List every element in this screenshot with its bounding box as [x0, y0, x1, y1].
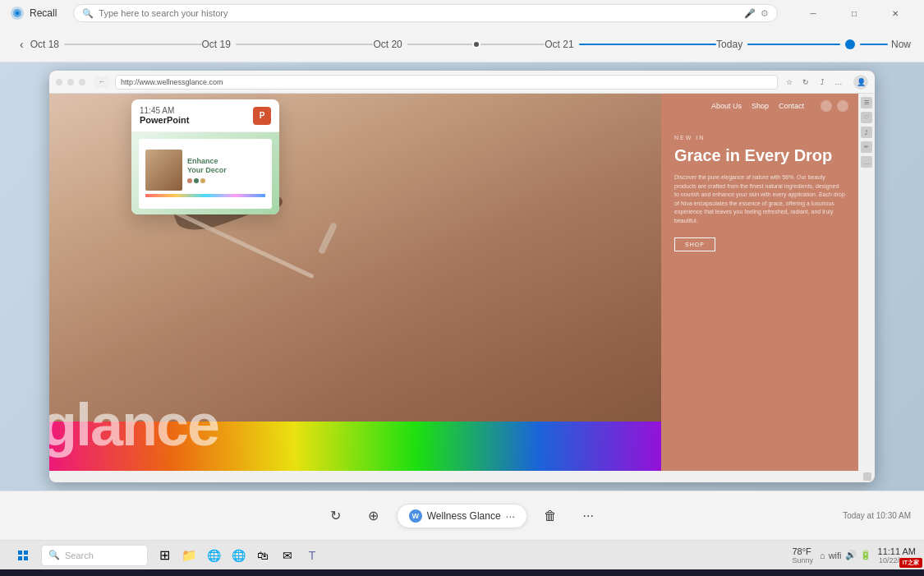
- timeline-bar: ‹ Oct 18 Oct 19 Oct 20 Oct 21 Today Now: [0, 26, 924, 62]
- favicon-letter: W: [412, 512, 420, 520]
- more-button[interactable]: ···: [506, 509, 516, 523]
- search-input[interactable]: [99, 8, 739, 18]
- oct21-label: Oct 21: [545, 39, 573, 50]
- oct20-label: Oct 20: [373, 39, 402, 50]
- start-button[interactable]: [8, 544, 38, 567]
- screenshot-container[interactable]: ← http://www.wellnessglance.com ☆ ↻ ⤴ … …: [49, 71, 875, 482]
- minimize-button[interactable]: ─: [794, 0, 832, 26]
- more-options-button[interactable]: ···: [573, 501, 603, 531]
- mic-icon[interactable]: 🎤: [744, 8, 756, 19]
- app-icon: [10, 6, 25, 21]
- maximize-button[interactable]: □: [835, 0, 873, 26]
- taskbar-icons: ⊞ 📁 🌐 🌐 🛍 ✉ T: [154, 546, 322, 565]
- timeline-today: Today: [716, 39, 888, 50]
- scroll-corner[interactable]: [863, 472, 871, 481]
- volume-icon[interactable]: 🔊: [845, 550, 857, 560]
- timeline-nav-left[interactable]: ‹: [13, 35, 30, 54]
- search-bar[interactable]: 🔍 🎤 ⚙: [73, 4, 778, 22]
- save-button[interactable]: ⊕: [359, 501, 388, 531]
- browser-icons: ☆ ↻ ⤴ …: [783, 76, 845, 89]
- nav-contact[interactable]: Contact: [779, 102, 804, 110]
- browser-back-btn[interactable]: ←: [94, 76, 110, 88]
- timeline-oct21: Oct 21: [545, 39, 716, 50]
- sidebar-icon-2[interactable]: ♡: [861, 112, 872, 123]
- taskbar-icon-chrome[interactable]: 🌐: [228, 546, 248, 565]
- new-in-label: NEW IN: [674, 135, 845, 141]
- url-bar: http://www.wellnessglance.com: [115, 75, 778, 90]
- taskbar-icon-mail[interactable]: ✉: [278, 546, 297, 565]
- ppt-thumbnail: EnhanceYour Decor: [131, 132, 279, 214]
- website-nav: About Us Shop Contact: [661, 94, 858, 118]
- taskbar-search[interactable]: 🔍 Search: [41, 545, 148, 566]
- browser-more-icon[interactable]: …: [832, 76, 845, 89]
- svg-point-2: [16, 12, 19, 15]
- website-right-panel: About Us Shop Contact NEW IN Grace in Ev…: [661, 94, 858, 471]
- timestamp-text: Today at 10:30 AM: [843, 511, 911, 520]
- sidebar-icon-5[interactable]: …: [861, 156, 872, 168]
- taskbar-search-icon: 🔍: [48, 550, 60, 560]
- action-bar: ↻ ⊕ W Wellness Glance ··· 🗑 ··· Today at…: [0, 491, 924, 540]
- battery-icon[interactable]: 🔋: [860, 550, 871, 560]
- app-title: Recall: [30, 7, 57, 19]
- nav-about[interactable]: About Us: [711, 102, 742, 110]
- main-content: ← http://www.wellnessglance.com ☆ ↻ ⤴ … …: [0, 62, 924, 491]
- pill-label: Wellness Glance: [427, 510, 501, 522]
- browser-refresh-icon[interactable]: ↻: [799, 76, 812, 89]
- window-controls: ─ □ ✕: [794, 0, 914, 26]
- action-bar-timestamp: Today at 10:30 AM: [843, 511, 911, 520]
- shop-button[interactable]: SHOP: [674, 237, 715, 251]
- close-button[interactable]: ✕: [876, 0, 914, 26]
- big-text-overlay: glance: [49, 395, 218, 454]
- cart-icon[interactable]: [821, 100, 832, 112]
- browser-share-icon[interactable]: ⤴: [816, 76, 829, 89]
- browser-maximize-dot: [79, 79, 85, 85]
- timeline-current-dot: [845, 39, 855, 49]
- browser-profile-icon: 👤: [853, 75, 868, 90]
- browser-sidebar: ☰ ♡ ⤴ ✏ …: [858, 94, 875, 471]
- taskbar-search-label: Search: [65, 551, 94, 560]
- ppt-popup[interactable]: 11:45 AM PowerPoint P EnhanceYour Decor: [131, 99, 279, 214]
- browser-minimize-dot: [67, 79, 74, 85]
- nav-shop[interactable]: Shop: [752, 102, 769, 110]
- oct19-label: Oct 19: [202, 39, 231, 50]
- ppt-icon-letter: P: [260, 111, 265, 120]
- sidebar-icon-1[interactable]: ☰: [861, 97, 872, 108]
- taskbar-icon-widget[interactable]: ⊞: [154, 546, 174, 565]
- taskbar-right: 78°F Sunny ⌂ wifi 🔊 🔋 11:11 AM 10/22/202…: [792, 546, 916, 564]
- network-icon[interactable]: ⌂: [820, 551, 825, 560]
- delete-button[interactable]: 🗑: [536, 501, 565, 531]
- search-icon: 🔍: [82, 8, 94, 19]
- wifi-icon[interactable]: wifi: [829, 551, 842, 560]
- post-dot-line: [860, 44, 888, 45]
- today-label: Today: [716, 39, 742, 50]
- settings-icon[interactable]: ⚙: [761, 8, 769, 19]
- oct20-line: [407, 44, 545, 45]
- taskbar-icon-store[interactable]: 🛍: [253, 546, 273, 565]
- browser-close-dot: [56, 79, 62, 85]
- sidebar-icon-3[interactable]: ⤴: [861, 127, 872, 138]
- taskbar: 🔍 Search ⊞ 📁 🌐 🌐 🛍 ✉ T 78°F Sunny ⌂ wifi…: [0, 540, 924, 569]
- update-button[interactable]: ↻: [321, 501, 351, 531]
- ppt-slide-row: EnhanceYour Decor: [145, 150, 265, 191]
- body-text: Discover the pure elegance of nature wit…: [674, 173, 845, 225]
- browser-star-icon[interactable]: ☆: [783, 76, 796, 89]
- ppt-app-icon: P: [253, 107, 271, 125]
- user-icon[interactable]: [837, 100, 848, 112]
- taskbar-icon-folder[interactable]: 📁: [179, 546, 199, 565]
- ithome-badge: IT之家: [899, 558, 922, 568]
- ppt-popup-header: 11:45 AM PowerPoint P: [131, 99, 279, 132]
- oct18-line: [64, 44, 202, 45]
- nav-icons: [821, 100, 848, 112]
- browser-bar: ← http://www.wellnessglance.com ☆ ↻ ⤴ … …: [49, 71, 875, 94]
- weather-temp: 78°F: [792, 546, 813, 556]
- taskbar-icon-edge[interactable]: 🌐: [204, 546, 223, 565]
- oct21-line: [579, 44, 717, 45]
- sidebar-icon-4[interactable]: ✏: [861, 141, 872, 153]
- headline: Grace in Every Drop: [674, 145, 845, 165]
- browser-bottom-bar: [49, 471, 875, 482]
- today-line: [747, 44, 840, 45]
- action-pill[interactable]: W Wellness Glance ···: [397, 504, 528, 528]
- taskbar-icon-teams[interactable]: T: [302, 546, 322, 565]
- title-bar: Recall 🔍 🎤 ⚙ ─ □ ✕: [0, 0, 924, 26]
- url-text: http://www.wellnessglance.com: [121, 78, 223, 86]
